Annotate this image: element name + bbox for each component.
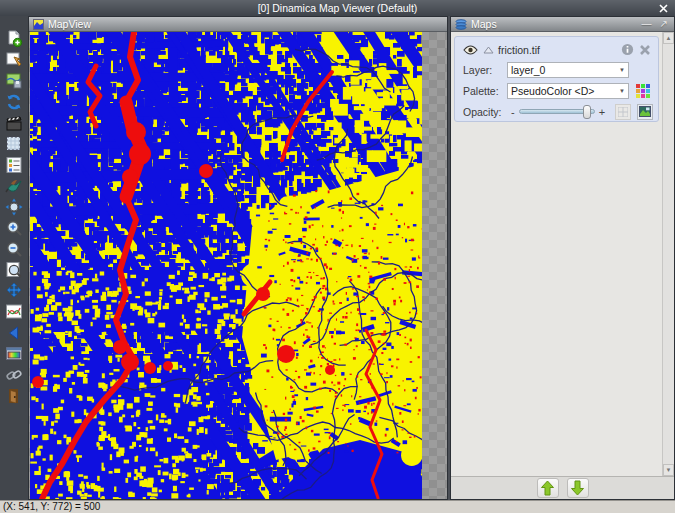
exit-icon[interactable] [2, 385, 26, 406]
close-icon[interactable] [657, 2, 670, 14]
palette-select-value: PseudoColor <D> [511, 85, 594, 97]
pan-icon[interactable] [2, 280, 26, 301]
scroll-down-icon[interactable]: ▼ [663, 464, 674, 476]
zoom-out-icon[interactable] [2, 238, 26, 259]
export-map-icon[interactable] [2, 70, 26, 91]
zoom-extent-icon[interactable] [2, 196, 26, 217]
toolbar [0, 16, 28, 500]
chevron-down-icon: ▼ [619, 67, 625, 73]
minimize-icon[interactable]: — [640, 19, 654, 29]
blend-mode-button [615, 104, 631, 120]
export-image-button[interactable] [637, 104, 653, 120]
palette-editor-button[interactable] [635, 83, 651, 99]
opacity-slider-handle[interactable] [583, 105, 591, 119]
window-title: [0] Dinamica Map Viewer (Default) [258, 2, 418, 14]
map-image[interactable] [30, 32, 422, 499]
map-transparent-area [29, 32, 447, 499]
mapview-title: MapView [48, 18, 91, 30]
info-icon[interactable] [621, 43, 634, 56]
selection-grid-icon[interactable] [2, 133, 26, 154]
opacity-plus-button[interactable]: + [595, 106, 609, 118]
layer-select[interactable]: layer_0 ▼ [507, 62, 629, 78]
maps-panel: Maps — ↗ friction.tif [450, 16, 675, 500]
animation-icon[interactable] [2, 112, 26, 133]
opacity-label: Opacity: [463, 106, 507, 118]
chart-icon[interactable] [2, 301, 26, 322]
refresh-icon[interactable] [2, 91, 26, 112]
layer-select-value: layer_0 [511, 64, 545, 76]
zoom-in-icon[interactable] [2, 217, 26, 238]
layer-label: Layer: [463, 64, 507, 76]
chevron-down-icon: ▼ [619, 88, 625, 94]
move-layer-up-button[interactable] [537, 478, 559, 498]
maps-header: Maps — ↗ [451, 17, 674, 32]
hummingbird-icon[interactable] [2, 175, 26, 196]
opacity-minus-button[interactable]: - [507, 106, 519, 118]
window-titlebar: [0] Dinamica Map Viewer (Default) [0, 0, 675, 16]
visibility-eye-icon[interactable] [463, 45, 478, 55]
mapview-header: MapView [29, 17, 447, 32]
layers-icon [455, 19, 467, 30]
new-map-icon[interactable] [2, 28, 26, 49]
opacity-slider[interactable] [519, 109, 595, 114]
palette-select[interactable]: PseudoColor <D> ▼ [507, 83, 629, 99]
link-icon[interactable] [2, 364, 26, 385]
float-icon[interactable]: ↗ [658, 19, 670, 29]
status-bar: (X: 541, Y: 772) = 500 [0, 500, 675, 513]
legend-icon[interactable] [2, 154, 26, 175]
cursor-coordinates: (X: 541, Y: 772) = 500 [3, 501, 100, 512]
zoom-window-icon[interactable] [2, 259, 26, 280]
mapview-icon [33, 19, 44, 30]
mapview-panel: MapView [28, 16, 448, 500]
palette-label: Palette: [463, 85, 507, 97]
remove-layer-icon[interactable] [639, 44, 651, 56]
maps-body: friction.tif Layer: layer_0 ▼ Palette: [451, 32, 674, 476]
pyramid-icon [483, 46, 494, 54]
scroll-up-icon[interactable]: ▲ [663, 32, 674, 44]
maps-footer [451, 476, 674, 499]
move-layer-down-button[interactable] [567, 478, 589, 498]
select-tool-icon[interactable] [2, 49, 26, 70]
maps-scrollbar[interactable]: ▲ ▼ [662, 32, 674, 476]
palette-gradient-icon[interactable] [2, 343, 26, 364]
back-icon[interactable] [2, 322, 26, 343]
maps-title: Maps [471, 18, 497, 30]
layer-card: friction.tif Layer: layer_0 ▼ Palette: [454, 36, 659, 122]
layer-filename: friction.tif [498, 44, 621, 56]
